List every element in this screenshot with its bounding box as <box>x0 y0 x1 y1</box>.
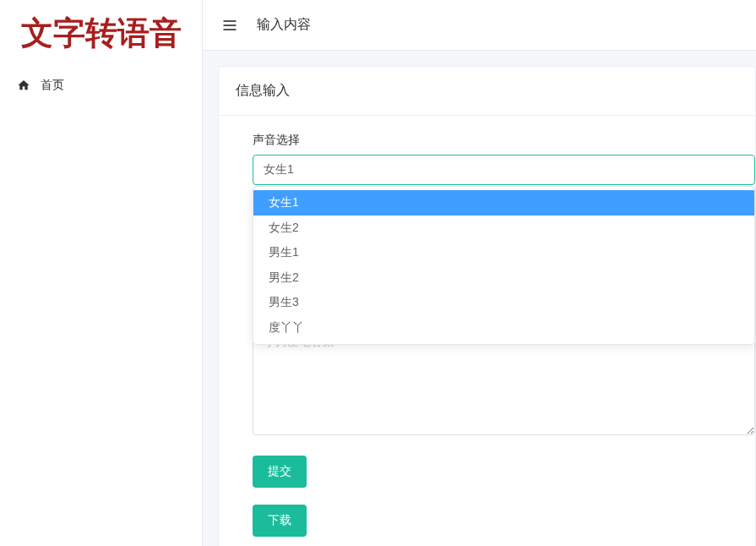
card-title: 信息输入 <box>219 67 755 116</box>
card: 信息输入 声音选择 女生1 女生2 男生1 男生2 男生3 度丫丫 <box>218 66 756 546</box>
voice-select-wrapper: 女生1 女生2 男生1 男生2 男生3 度丫丫 <box>253 155 755 185</box>
sidebar-item-label: 首页 <box>41 78 64 93</box>
submit-button[interactable]: 提交 <box>253 456 307 488</box>
breadcrumb: 输入内容 <box>257 16 311 34</box>
home-icon <box>17 79 30 92</box>
voice-select-label: 声音选择 <box>253 133 755 148</box>
voice-option[interactable]: 女生2 <box>253 216 754 241</box>
card-body: 声音选择 女生1 女生2 男生1 男生2 男生3 度丫丫 文本域 <box>219 116 755 546</box>
sidebar: 文字转语音 首页 <box>0 0 203 546</box>
voice-option[interactable]: 度丫丫 <box>253 315 754 341</box>
voice-select-input[interactable] <box>253 155 755 185</box>
voice-option[interactable]: 女生1 <box>253 190 754 216</box>
header: 输入内容 <box>203 0 756 51</box>
content: 信息输入 声音选择 女生1 女生2 男生1 男生2 男生3 度丫丫 <box>203 51 756 546</box>
menu-toggle-icon[interactable] <box>220 15 240 35</box>
app-logo: 文字转语音 <box>0 0 202 66</box>
logo-text: 文字转语音 <box>13 17 189 49</box>
voice-option[interactable]: 男生2 <box>253 265 754 291</box>
voice-option[interactable]: 男生1 <box>253 240 754 265</box>
voice-dropdown: 女生1 女生2 男生1 男生2 男生3 度丫丫 <box>253 186 755 345</box>
voice-option[interactable]: 男生3 <box>253 290 754 315</box>
main-area: 输入内容 信息输入 声音选择 女生1 女生2 男生1 男生2 男生3 度丫丫 <box>203 0 756 546</box>
download-button[interactable]: 下载 <box>253 505 307 537</box>
sidebar-item-home[interactable]: 首页 <box>0 66 202 105</box>
